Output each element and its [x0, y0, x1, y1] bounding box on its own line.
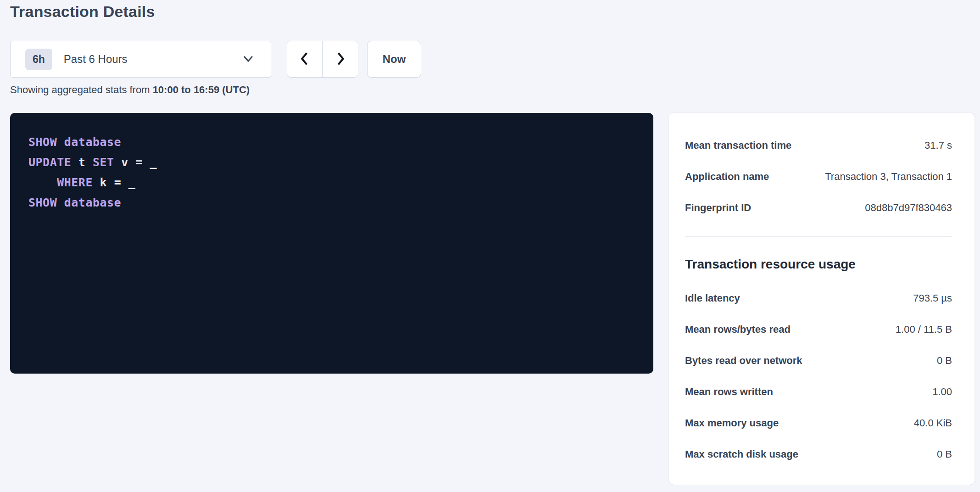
sql-text-token: t	[71, 156, 93, 169]
sql-line: WHERE k = _	[28, 173, 640, 193]
summary-row-label: Max scratch disk usage	[685, 448, 798, 460]
chevron-left-icon	[298, 51, 311, 67]
summary-row-label: Max memory usage	[685, 417, 779, 429]
chevron-down-icon	[243, 56, 253, 63]
time-picker-controls: 6h Past 6 Hours Now	[10, 41, 421, 78]
summary-row: Bytes read over network0 B	[685, 345, 952, 376]
summary-row-label: Fingerprint ID	[685, 202, 751, 214]
summary-row-label: Idle latency	[685, 292, 740, 304]
summary-row-value: 0 B	[937, 448, 952, 460]
sql-keyword-token: SHOW database	[28, 135, 121, 149]
time-range-badge: 6h	[25, 49, 52, 70]
summary-row: Mean rows/bytes read1.00 / 11.5 B	[685, 314, 952, 345]
sql-keyword-token: SET	[93, 156, 114, 169]
summary-row-value: 0 B	[937, 355, 952, 367]
summary-row-value: 793.5 µs	[913, 292, 952, 304]
summary-row: Max scratch disk usage0 B	[685, 439, 952, 470]
previous-time-range-button[interactable]	[287, 41, 323, 77]
time-range-label: Past 6 Hours	[64, 53, 128, 66]
summary-row: Mean rows written1.00	[685, 376, 952, 408]
sql-keyword-token: WHERE	[57, 176, 93, 189]
time-step-button-group	[287, 41, 358, 78]
page-title: Transaction Details	[10, 3, 155, 21]
sql-keyword-token: UPDATE	[28, 156, 71, 169]
resource-usage-rows: Idle latency793.5 µsMean rows/bytes read…	[685, 283, 952, 470]
aggregation-interval-prefix: Showing aggregated stats from	[10, 84, 153, 95]
now-button[interactable]: Now	[367, 41, 421, 78]
chevron-right-icon	[334, 51, 347, 67]
sql-line: SHOW database	[28, 132, 640, 152]
sql-text-token	[28, 176, 57, 189]
aggregation-interval-range: 10:00 to 16:59 (UTC)	[153, 84, 250, 95]
summary-top-rows: Mean transaction time31.7 sApplication n…	[685, 130, 952, 224]
transaction-sql-statement-box: SHOW databaseUPDATE t SET v = _ WHERE k …	[10, 113, 653, 374]
summary-row: Fingerprint ID08d8b7d97f830463	[685, 192, 952, 224]
summary-row: Max memory usage40.0 KiB	[685, 408, 952, 439]
summary-row: Mean transaction time31.7 s	[685, 130, 952, 161]
transaction-summary-card: Mean transaction time31.7 sApplication n…	[669, 113, 974, 485]
sql-line: SHOW database	[28, 193, 640, 213]
card-divider	[685, 236, 952, 237]
summary-row-value: 1.00	[932, 386, 952, 398]
sql-text-token: k = _	[93, 176, 135, 189]
summary-row-value: Transaction 3, Transaction 1	[825, 171, 952, 183]
summary-row-label: Bytes read over network	[685, 355, 802, 367]
summary-row-value: 31.7 s	[924, 140, 952, 151]
next-time-range-button[interactable]	[323, 41, 358, 77]
summary-row-value: 08d8b7d97f830463	[865, 202, 952, 214]
summary-row-label: Mean rows/bytes read	[685, 324, 791, 335]
sql-line: UPDATE t SET v = _	[28, 152, 640, 173]
summary-row: Application nameTransaction 3, Transacti…	[685, 161, 952, 192]
summary-row-value: 40.0 KiB	[914, 417, 952, 429]
summary-row-label: Mean transaction time	[685, 140, 791, 151]
summary-row-value: 1.00 / 11.5 B	[896, 324, 952, 335]
sql-text-token: v = _	[114, 156, 157, 169]
time-range-dropdown[interactable]: 6h Past 6 Hours	[10, 41, 271, 78]
sql-keyword-token: SHOW database	[28, 196, 121, 209]
aggregation-interval-text: Showing aggregated stats from 10:00 to 1…	[10, 83, 250, 97]
resource-usage-section-title: Transaction resource usage	[685, 256, 952, 273]
summary-row: Idle latency793.5 µs	[685, 283, 952, 314]
summary-row-label: Application name	[685, 171, 769, 183]
summary-row-label: Mean rows written	[685, 386, 773, 398]
